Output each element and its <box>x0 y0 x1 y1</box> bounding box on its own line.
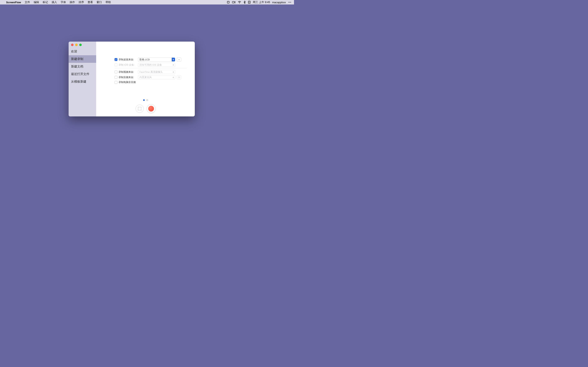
pager-dot-1[interactable] <box>143 99 145 101</box>
menu-font[interactable]: 字体 <box>59 0 68 4</box>
add-display-button[interactable]: ＋ <box>177 58 181 62</box>
menu-window[interactable]: 窗口 <box>95 0 104 4</box>
svg-point-8 <box>288 2 289 3</box>
close-icon[interactable] <box>71 44 73 46</box>
svg-point-1 <box>228 2 228 2</box>
menu-file[interactable]: 文件 <box>23 0 32 4</box>
record-controls <box>96 104 195 113</box>
svg-line-17 <box>180 78 180 78</box>
menu-mark[interactable]: 标记 <box>41 0 50 4</box>
svg-point-4 <box>239 3 240 3</box>
select-video[interactable]: FaceTime 高清摄像头 <box>138 70 175 74</box>
row-desktop: 录制桌面来自: 彩色 LCD ＋ <box>114 58 187 62</box>
sidebar-item-welcome[interactable]: 欢迎 <box>69 48 96 55</box>
select-desktop-value: 彩色 LCD <box>139 58 150 61</box>
select-video-value: FaceTime 高清摄像头 <box>139 71 163 74</box>
gear-icon <box>178 76 180 78</box>
svg-rect-5 <box>248 1 250 3</box>
pager-dot-2[interactable] <box>146 99 148 101</box>
sidebar-item-recent[interactable]: 最近打开文件 <box>69 70 96 78</box>
menubar-clock[interactable]: 周三 上午 9:45 <box>253 0 270 4</box>
checkbox-ios <box>114 63 117 66</box>
menu-sort[interactable]: 排序 <box>77 0 86 4</box>
wifi-icon[interactable] <box>238 1 241 4</box>
select-ios-value: 没有可用的 iOS 设备 <box>139 63 162 67</box>
checkbox-desktop[interactable] <box>114 58 117 61</box>
window-controls <box>69 42 96 48</box>
more-icon[interactable] <box>288 1 292 4</box>
region-select-button[interactable] <box>136 105 144 113</box>
svg-line-19 <box>180 76 180 77</box>
select-ios: 没有可用的 iOS 设备 <box>138 63 175 67</box>
camera-icon[interactable] <box>232 1 236 4</box>
sidebar-item-new-document[interactable]: 新建文档 <box>69 63 96 70</box>
app-window: 欢迎 新建录制 新建文档 最近打开文件 从模板新建 录制桌面来自: 彩色 LCD… <box>69 42 195 117</box>
menubar: ScreenFlow 文件 编辑 标记 插入 字体 操作 排序 查看 窗口 帮助… <box>0 0 294 4</box>
selection-rect-icon <box>138 107 141 110</box>
menu-app[interactable]: ScreenFlow <box>4 1 23 4</box>
label-computer-audio: 录制电脑音音频 <box>119 81 136 84</box>
select-audio[interactable]: 内置麦克风 <box>138 75 175 79</box>
zoom-icon[interactable] <box>79 44 82 46</box>
svg-point-10 <box>291 2 291 3</box>
label-desktop: 录制桌面来自: <box>119 58 138 61</box>
record-button[interactable] <box>147 104 156 113</box>
shield-icon[interactable] <box>227 1 230 4</box>
chevron-updown-icon <box>172 70 175 74</box>
svg-point-9 <box>290 2 290 3</box>
svg-rect-0 <box>227 1 229 3</box>
audio-settings-button[interactable] <box>177 75 181 79</box>
checkbox-audio[interactable] <box>114 76 117 79</box>
pager <box>96 99 195 101</box>
row-ios: 录制 iOS 设备: 没有可用的 iOS 设备 <box>114 63 187 67</box>
menu-insert[interactable]: 插入 <box>50 0 59 4</box>
chevron-updown-icon <box>172 75 175 79</box>
chevron-updown-icon <box>172 58 175 61</box>
bluetooth-icon[interactable] <box>243 1 246 4</box>
sidebar-item-new-recording[interactable]: 新建录制 <box>69 55 96 63</box>
row-computer-audio: 录制电脑音音频 <box>114 81 187 84</box>
menubar-user[interactable]: macappbox <box>272 1 286 4</box>
menu-view[interactable]: 查看 <box>86 0 95 4</box>
svg-point-2 <box>228 2 229 2</box>
menubar-left: ScreenFlow 文件 编辑 标记 插入 字体 操作 排序 查看 窗口 帮助 <box>2 0 113 4</box>
content-panel: 录制桌面来自: 彩色 LCD ＋ 录制 iOS 设备: 没有可用的 iOS 设备 <box>96 42 195 117</box>
minimize-icon[interactable] <box>75 44 78 46</box>
menu-edit[interactable]: 编辑 <box>32 0 41 4</box>
record-icon <box>148 106 154 111</box>
sidebar-item-from-template[interactable]: 从模板新建 <box>69 78 96 85</box>
select-desktop[interactable]: 彩色 LCD <box>138 58 175 62</box>
select-audio-value: 内置麦克风 <box>139 76 152 79</box>
label-video: 录制视频来自: <box>119 70 138 74</box>
label-ios: 录制 iOS 设备: <box>119 63 138 67</box>
row-audio: 录制音频来自: 内置麦克风 <box>114 75 187 79</box>
menubar-right: 周三 上午 9:45 macappbox <box>227 0 292 4</box>
checkbox-computer-audio[interactable] <box>114 81 117 84</box>
row-video: 录制视频来自: FaceTime 高清摄像头 <box>114 70 187 74</box>
svg-rect-3 <box>232 1 234 3</box>
film-icon[interactable] <box>248 1 251 4</box>
label-audio: 录制音频来自: <box>119 76 138 79</box>
checkbox-video[interactable] <box>114 71 117 73</box>
menu-help[interactable]: 帮助 <box>104 0 113 4</box>
chevron-updown-icon <box>172 63 175 67</box>
menu-action[interactable]: 操作 <box>68 0 77 4</box>
svg-point-11 <box>179 77 180 78</box>
sidebar: 欢迎 新建录制 新建文档 最近打开文件 从模板新建 <box>69 42 96 117</box>
